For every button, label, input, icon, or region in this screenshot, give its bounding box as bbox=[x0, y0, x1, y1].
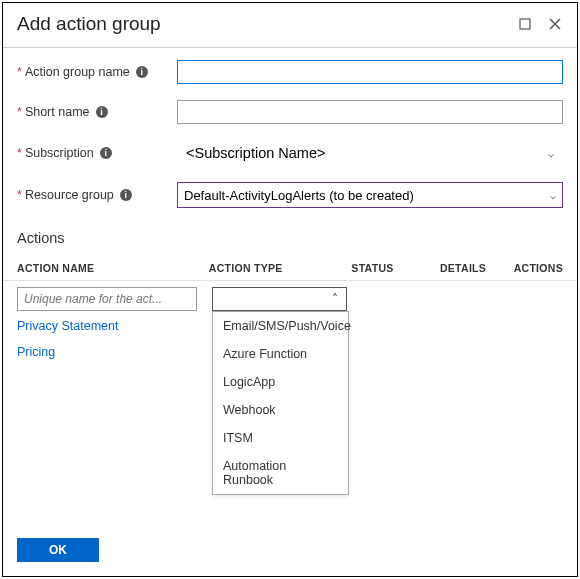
col-status: STATUS bbox=[351, 256, 440, 280]
required-marker: * bbox=[17, 65, 22, 79]
resource-group-select[interactable]: Default-ActivityLogAlerts (to be created… bbox=[177, 182, 563, 208]
required-marker: * bbox=[17, 105, 22, 119]
dropdown-item[interactable]: LogicApp bbox=[213, 368, 348, 396]
title-bar: Add action group bbox=[3, 3, 577, 41]
subscription-select[interactable]: <Subscription Name> ⌵ bbox=[177, 140, 563, 166]
chevron-down-icon: ⌵ bbox=[548, 148, 554, 159]
label-text: Resource group bbox=[25, 188, 114, 202]
form-area: * Action group name i * Short name i * S… bbox=[3, 60, 577, 208]
action-type-dropdown: Email/SMS/Push/Voice Azure Function Logi… bbox=[212, 311, 349, 495]
svg-rect-0 bbox=[520, 19, 530, 29]
info-icon[interactable]: i bbox=[120, 189, 132, 201]
info-icon[interactable]: i bbox=[100, 147, 112, 159]
col-details: DETAILS bbox=[440, 256, 514, 280]
actions-table-row: ˄ Email/SMS/Push/Voice Azure Function Lo… bbox=[3, 281, 577, 311]
row-action-group-name: * Action group name i bbox=[17, 60, 563, 84]
info-icon[interactable]: i bbox=[136, 66, 148, 78]
label-text: Subscription bbox=[25, 146, 94, 160]
row-short-name: * Short name i bbox=[17, 100, 563, 124]
label-text: Action group name bbox=[25, 65, 130, 79]
maximize-icon[interactable] bbox=[517, 16, 533, 32]
dropdown-item[interactable]: ITSM bbox=[213, 424, 348, 452]
dropdown-item[interactable]: Azure Function bbox=[213, 340, 348, 368]
col-actions: ACTIONS bbox=[514, 256, 563, 280]
required-marker: * bbox=[17, 146, 22, 160]
action-name-input[interactable] bbox=[17, 287, 197, 311]
short-name-input[interactable] bbox=[177, 100, 563, 124]
action-type-select[interactable]: ˄ Email/SMS/Push/Voice Azure Function Lo… bbox=[212, 287, 347, 311]
close-icon[interactable] bbox=[547, 16, 563, 32]
col-action-type: ACTION TYPE bbox=[209, 256, 352, 280]
action-group-name-input[interactable] bbox=[177, 60, 563, 84]
footer: OK bbox=[17, 538, 99, 562]
info-icon[interactable]: i bbox=[96, 106, 108, 118]
resource-group-value: Default-ActivityLogAlerts (to be created… bbox=[184, 188, 414, 203]
divider bbox=[3, 47, 577, 48]
required-marker: * bbox=[17, 188, 22, 202]
dropdown-item[interactable]: Webhook bbox=[213, 396, 348, 424]
dropdown-item[interactable]: Email/SMS/Push/Voice bbox=[213, 312, 348, 340]
label-action-group-name: * Action group name i bbox=[17, 65, 177, 79]
actions-table-header: ACTION NAME ACTION TYPE STATUS DETAILS A… bbox=[3, 256, 577, 281]
ok-button[interactable]: OK bbox=[17, 538, 99, 562]
dropdown-item[interactable]: Automation Runbook bbox=[213, 452, 348, 494]
label-short-name: * Short name i bbox=[17, 105, 177, 119]
dialog-title: Add action group bbox=[17, 13, 503, 35]
col-action-name: ACTION NAME bbox=[17, 256, 209, 280]
dialog-window: Add action group * Action group name i *… bbox=[2, 2, 578, 577]
subscription-value: <Subscription Name> bbox=[186, 145, 325, 161]
label-text: Short name bbox=[25, 105, 90, 119]
actions-section-title: Actions bbox=[3, 224, 577, 256]
label-subscription: * Subscription i bbox=[17, 146, 177, 160]
label-resource-group: * Resource group i bbox=[17, 188, 177, 202]
row-subscription: * Subscription i <Subscription Name> ⌵ bbox=[17, 140, 563, 166]
chevron-up-icon: ˄ bbox=[332, 293, 338, 305]
row-resource-group: * Resource group i Default-ActivityLogAl… bbox=[17, 182, 563, 208]
chevron-down-icon: ⌵ bbox=[550, 190, 556, 201]
